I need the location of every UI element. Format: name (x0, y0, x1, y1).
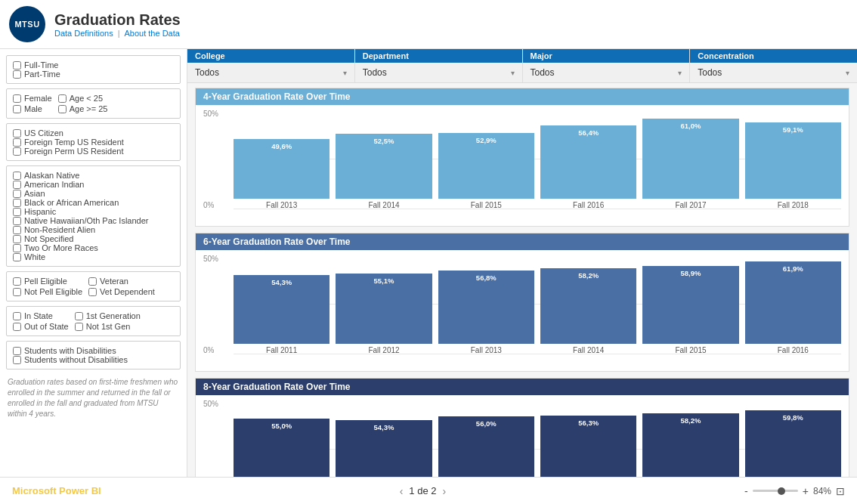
bar-value-label: 56,4% (578, 128, 599, 137)
zoom-controls: - + 84% ⊡ (744, 485, 845, 497)
checkbox-pell-eligible[interactable]: Pell Eligible (13, 277, 82, 286)
checkbox-out-of-state[interactable]: Out of State (13, 322, 69, 331)
checkbox-female[interactable]: Female (13, 94, 52, 103)
filter-department-label: Department (355, 49, 522, 63)
checkbox-non-resident[interactable]: Non-Resident Alien (13, 225, 174, 234)
filter-group-citizenship: US Citizen Foreign Temp US Resident Fore… (6, 123, 181, 161)
title-section: Graduation Rates Data Definitions | Abou… (54, 11, 181, 38)
chart-eight_year-body: 50%0%55,0%Fall 200954,3%Fall 201056,0%Fa… (196, 395, 849, 477)
bar: 58,9% (642, 266, 738, 344)
header: MTSU Graduation Rates Data Definitions |… (0, 0, 857, 49)
checkbox-native-hawaiian[interactable]: Native Hawaiian/Oth Pac Islander (13, 216, 174, 225)
bar: 52,9% (438, 133, 534, 199)
checkbox-us-citizen[interactable]: US Citizen (13, 128, 174, 138)
checkbox-1st-gen[interactable]: 1st Generation (75, 311, 141, 320)
bar-x-label: Fall 2016 (573, 201, 604, 209)
bar-x-label: Fall 2012 (368, 346, 399, 354)
checkbox-age-gte25[interactable]: Age >= 25 (58, 104, 108, 113)
filter-college-label: College (187, 49, 354, 63)
checkbox-white[interactable]: White (13, 252, 174, 261)
bar-value-label: 52,5% (374, 137, 394, 145)
filter-department-value: Todos (363, 67, 387, 78)
bar-x-label: Fall 2013 (266, 201, 297, 209)
checkbox-vet-dependent[interactable]: Vet Dependent (88, 287, 155, 296)
chevron-down-icon: ▾ (511, 69, 515, 77)
chevron-down-icon: ▾ (678, 69, 682, 77)
zoom-out-button[interactable]: - (744, 485, 748, 497)
checkbox-foreign-temp[interactable]: Foreign Temp US Resident (13, 138, 174, 147)
checkbox-without-disability[interactable]: Students without Disabilities (13, 355, 174, 364)
chevron-down-icon: ▾ (846, 69, 849, 77)
bar-value-label: 55,1% (374, 277, 394, 285)
bar: 55,1% (336, 274, 432, 344)
bar-item: 61,9%Fall 2016 (745, 255, 841, 354)
bar-x-label: Fall 2011 (266, 346, 297, 354)
checkbox-foreign-perm[interactable]: Foreign Perm US Resident (13, 147, 174, 156)
bar-item: 61,0%Fall 2017 (642, 110, 738, 209)
checkbox-male[interactable]: Male (13, 104, 52, 113)
checkbox-not-pell-eligible[interactable]: Not Pell Eligible (13, 287, 82, 296)
charts-area: 4-Year Graduation Rate Over Time50%0%49,… (187, 83, 857, 477)
bar-value-label: 56,0% (476, 419, 497, 428)
top-filter-bar: College Todos ▾ Department Todos ▾ Major… (187, 49, 857, 83)
bar-value-label: 61,0% (681, 122, 701, 130)
bar-x-label: Fall 2013 (471, 346, 502, 354)
bar-value-label: 59,1% (783, 125, 803, 134)
checkbox-black[interactable]: Black or African American (13, 198, 174, 207)
about-data-link[interactable]: About the Data (125, 29, 180, 38)
data-definitions-link[interactable]: Data Definitions (54, 29, 113, 38)
checkbox-with-disability[interactable]: Students with Disabilities (13, 346, 174, 355)
bar: 59,8% (745, 410, 841, 477)
bar-item: 55,1%Fall 2012 (336, 255, 432, 354)
filter-department[interactable]: Department Todos ▾ (355, 49, 523, 82)
bar-item: 55,0%Fall 2009 (234, 400, 329, 477)
bar-value-label: 56,3% (578, 419, 599, 427)
bar-value-label: 61,9% (783, 264, 803, 273)
bar-item: 49,6%Fall 2013 (234, 110, 329, 209)
chart-eight_year: 8-Year Graduation Rate Over Time50%0%55,… (195, 378, 849, 477)
zoom-in-button[interactable]: + (803, 485, 809, 497)
checkbox-age-lt25[interactable]: Age < 25 (58, 94, 108, 103)
filter-group-gender-age: Female Male Age < 25 Age >= 25 (6, 88, 181, 119)
bar-value-label: 58,9% (681, 269, 701, 277)
filter-college[interactable]: College Todos ▾ (187, 49, 355, 82)
next-page-button[interactable]: › (443, 485, 447, 497)
bar-value-label: 54,3% (271, 278, 292, 286)
checkbox-alaskan[interactable]: Alaskan Native (13, 171, 174, 180)
checkbox-not-1st-gen[interactable]: Not 1st Gen (75, 322, 141, 331)
checkbox-not-specified[interactable]: Not Specified (13, 234, 174, 243)
filter-concentration[interactable]: Concentration Todos ▾ (690, 49, 857, 82)
zoom-slider[interactable] (753, 490, 798, 492)
filter-major[interactable]: Major Todos ▾ (523, 49, 691, 82)
chart-four_year-body: 50%0%49,6%Fall 201352,5%Fall 201452,9%Fa… (196, 105, 849, 226)
filter-group-state-gen: In State Out of State 1st Generation Not… (6, 306, 181, 336)
filter-college-value: Todos (195, 67, 219, 78)
prev-page-button[interactable]: ‹ (400, 485, 404, 497)
bar: 58,2% (642, 413, 738, 477)
checkbox-hispanic[interactable]: Hispanic (13, 207, 174, 216)
bar-item: 56,3%Fall 2012 (540, 400, 636, 477)
filter-concentration-label: Concentration (690, 49, 857, 63)
checkbox-in-state[interactable]: In State (13, 311, 69, 320)
bar: 61,9% (745, 261, 841, 344)
bar-item: 56,4%Fall 2016 (540, 110, 636, 209)
bar: 49,6% (234, 139, 329, 199)
chart-six_year-title: 6-Year Graduation Rate Over Time (196, 233, 849, 250)
sidebar-note: Graduation rates based on first-time fre… (6, 374, 181, 422)
checkbox-fulltime[interactable]: Full-Time (13, 60, 174, 70)
checkbox-parttime[interactable]: Part-Time (13, 70, 174, 79)
checkbox-two-more[interactable]: Two Or More Races (13, 243, 174, 252)
link-separator: | (118, 29, 120, 38)
checkbox-veteran[interactable]: Veteran (88, 277, 155, 286)
fit-to-screen-icon[interactable]: ⊡ (836, 485, 845, 497)
checkbox-american-indian[interactable]: American Indian (13, 180, 174, 189)
bar-value-label: 56,8% (476, 274, 497, 282)
filter-major-value: Todos (531, 67, 555, 78)
checkbox-asian[interactable]: Asian (13, 189, 174, 198)
powerbi-link[interactable]: Microsoft Power BI (12, 485, 101, 496)
chart-six_year: 6-Year Graduation Rate Over Time50%0%54,… (195, 233, 849, 372)
main-content: Full-Time Part-Time Female Male Age < 25… (0, 49, 857, 477)
bar-x-label: Fall 2015 (675, 346, 706, 354)
bottom-bar: Microsoft Power BI ‹ 1 de 2 › - + 84% ⊡ (0, 477, 857, 504)
bar-item: 58,9%Fall 2015 (642, 255, 738, 354)
